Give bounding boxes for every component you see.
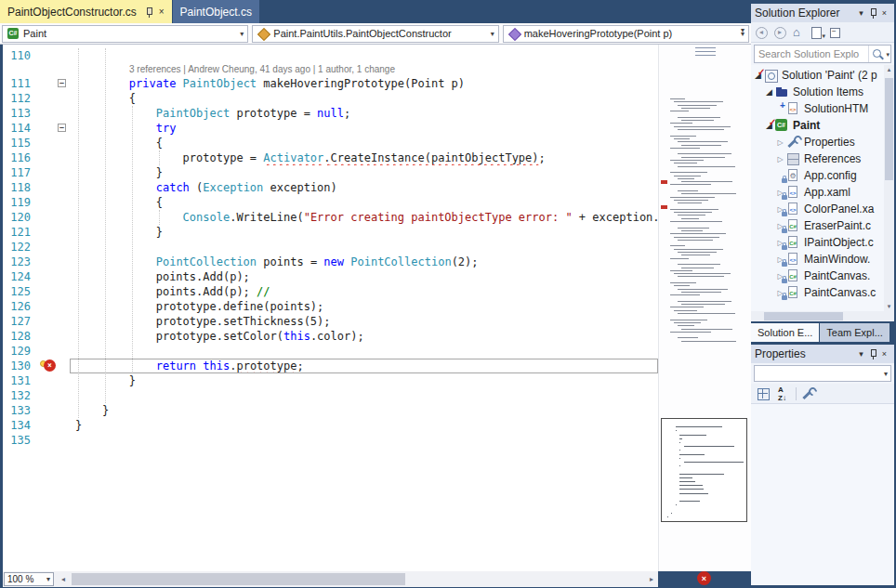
fold-margin[interactable] [57, 269, 70, 284]
glyph-margin[interactable] [40, 240, 57, 255]
solution-explorer-header[interactable]: Solution Explorer ▾ × [751, 4, 894, 22]
code-text[interactable] [70, 344, 658, 359]
fold-margin[interactable] [57, 418, 70, 433]
glyph-margin[interactable] [40, 433, 57, 448]
code-text-area[interactable]: 1103 references | Andrew Cheung, 41 days… [3, 45, 658, 571]
glyph-margin[interactable] [40, 255, 57, 269]
fold-margin[interactable] [57, 314, 70, 329]
collapse-region-icon[interactable]: − [58, 79, 66, 87]
navbar-dropdown[interactable]: makeHoveringPrototype(Point p)▾ [503, 25, 749, 43]
codelens-indicator[interactable]: 3 references | Andrew Cheung, 41 days ag… [3, 63, 658, 76]
glyph-margin[interactable] [40, 418, 57, 433]
properties-header[interactable]: Properties ▾ × [751, 345, 894, 363]
glyph-margin[interactable] [40, 76, 57, 91]
code-text[interactable] [70, 48, 658, 63]
fold-margin[interactable] [57, 106, 70, 121]
navbar-overflow-button[interactable]: ▾ [736, 26, 749, 34]
tree-item[interactable]: App.config [751, 167, 884, 184]
glyph-margin[interactable] [40, 269, 57, 284]
fold-margin[interactable] [57, 388, 70, 403]
zoom-control[interactable]: 100 % ▾ [4, 572, 54, 586]
fold-margin[interactable] [57, 225, 70, 240]
fold-margin[interactable] [57, 284, 70, 299]
glyph-margin[interactable] [40, 180, 57, 195]
close-icon[interactable]: × [878, 8, 890, 18]
document-tab[interactable]: PaintObjectConstructor.cs× [0, 0, 172, 23]
collapse-all-icon[interactable] [828, 25, 844, 40]
tree-item[interactable]: ▷ColorPanel.xa [751, 201, 884, 217]
pin-icon[interactable] [144, 7, 154, 18]
code-text[interactable]: { [70, 195, 658, 210]
tree-item[interactable]: ▷EraserPaint.c [751, 217, 884, 234]
fold-margin[interactable] [57, 373, 70, 388]
glyph-margin[interactable] [40, 284, 57, 299]
glyph-margin[interactable] [40, 165, 57, 180]
fold-margin[interactable] [57, 299, 70, 314]
expand-arrow-icon[interactable]: ▷ [775, 155, 785, 163]
code-text[interactable] [70, 433, 658, 448]
code-text[interactable]: prototype.setThickness(5); [70, 314, 658, 329]
fold-margin[interactable] [57, 403, 70, 418]
tree-item[interactable]: ▷PaintCanvas.c [751, 284, 884, 301]
code-text[interactable]: PointCollection points = new PointCollec… [70, 255, 658, 269]
error-notification-icon[interactable]: × [697, 571, 711, 585]
tree-hscrollbar-thumb[interactable] [764, 312, 843, 320]
scroll-up-arrow[interactable]: ▴ [884, 66, 894, 73]
code-text[interactable] [70, 388, 658, 403]
window-position-icon[interactable]: ▾ [855, 8, 867, 18]
code-text[interactable]: } [70, 418, 658, 433]
fold-margin[interactable] [57, 136, 70, 150]
glyph-margin[interactable] [40, 373, 57, 388]
code-text[interactable]: } [70, 225, 658, 240]
editor-minimap-scrollbar[interactable] [658, 45, 751, 571]
glyph-margin[interactable] [40, 225, 57, 240]
glyph-margin[interactable] [40, 388, 57, 403]
tree-item[interactable]: +SolutionHTM [751, 100, 884, 117]
code-text[interactable]: Console.WriteLine("Error creating paintO… [70, 210, 658, 225]
code-text[interactable]: points.Add(p); [70, 269, 658, 284]
fold-margin[interactable] [57, 165, 70, 180]
code-text[interactable]: { [70, 136, 658, 150]
tree-item[interactable]: ▷Properties [751, 134, 884, 150]
tree-item[interactable]: ▷References [751, 150, 884, 167]
scroll-down-arrow[interactable]: ▾ [884, 303, 894, 310]
document-tab[interactable]: PaintObject.cs [173, 0, 259, 23]
tree-item[interactable]: ▷IPaintObject.c [751, 234, 884, 251]
code-text[interactable]: } [70, 373, 658, 388]
fold-margin[interactable] [57, 91, 70, 106]
expand-arrow-icon[interactable]: ▷ [775, 138, 785, 147]
tree-item[interactable]: ◢✓Paint [751, 117, 884, 134]
pin-icon[interactable] [867, 7, 878, 20]
minimap-viewport[interactable] [661, 418, 747, 522]
tree-item[interactable]: ◢✓Solution 'Paint' (2 p [751, 67, 884, 84]
properties-object-dropdown[interactable]: ▾ [754, 365, 891, 382]
code-text[interactable]: prototype.setColor(this.color); [70, 329, 658, 344]
fold-margin[interactable] [57, 210, 70, 225]
glyph-margin[interactable] [40, 195, 57, 210]
nav-back-icon[interactable] [754, 25, 770, 40]
code-text[interactable]: { [70, 91, 658, 106]
editor-splitter-handle[interactable] [695, 47, 716, 56]
code-text[interactable]: prototype.define(points); [70, 299, 658, 314]
close-icon[interactable]: × [159, 7, 165, 17]
fold-margin[interactable] [57, 150, 70, 165]
glyph-margin[interactable] [40, 299, 57, 314]
fold-margin[interactable] [57, 195, 70, 210]
tree-item[interactable]: ▷PaintCanvas. [751, 268, 884, 284]
code-text[interactable]: } [70, 165, 658, 180]
switch-views-icon[interactable] [810, 25, 825, 40]
window-position-icon[interactable]: ▾ [855, 349, 867, 359]
tree-vertical-scrollbar[interactable]: ▴ ▾ [884, 65, 894, 311]
code-text[interactable]: private PaintObject makeHoveringPrototyp… [70, 76, 658, 91]
glyph-margin[interactable] [40, 106, 57, 121]
alphabetical-icon[interactable] [775, 386, 792, 401]
close-icon[interactable]: × [878, 349, 890, 359]
glyph-margin[interactable] [40, 48, 57, 63]
tree-horizontal-scrollbar[interactable] [751, 311, 894, 321]
tree-item[interactable]: ▷MainWindow. [751, 251, 884, 268]
search-button[interactable]: ▾ [868, 46, 890, 62]
code-text[interactable] [70, 240, 658, 255]
pin-icon[interactable] [867, 348, 878, 360]
horizontal-scrollbar-thumb[interactable] [72, 573, 405, 585]
home-icon[interactable] [791, 25, 807, 40]
